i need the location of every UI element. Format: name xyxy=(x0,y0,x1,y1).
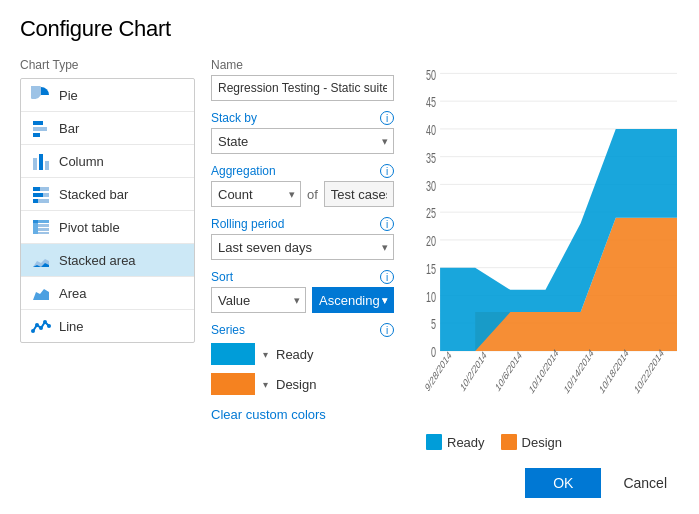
stack-by-select[interactable]: State xyxy=(211,128,394,154)
dialog-footer: OK Cancel xyxy=(20,454,679,498)
series-info-icon[interactable]: i xyxy=(380,323,394,337)
chart-type-label: Chart Type xyxy=(20,58,195,72)
series-color-ready[interactable] xyxy=(211,343,255,365)
chart-type-pivot-table[interactable]: Pivot table xyxy=(21,211,194,244)
chart-type-panel: Chart Type Pie xyxy=(20,58,195,450)
clear-custom-colors-link[interactable]: Clear custom colors xyxy=(211,407,326,422)
pie-icon xyxy=(31,86,51,104)
svg-rect-5 xyxy=(45,161,49,170)
ok-button[interactable]: OK xyxy=(525,468,601,498)
svg-rect-1 xyxy=(33,127,47,131)
name-label: Name xyxy=(211,58,394,72)
bar-label: Bar xyxy=(59,121,79,136)
svg-point-24 xyxy=(47,324,51,328)
legend-color-design xyxy=(501,434,517,450)
stack-by-label: Stack by i xyxy=(211,111,394,125)
svg-text:50: 50 xyxy=(426,67,436,82)
aggregation-select-wrapper: Count xyxy=(211,181,301,207)
aggregation-of-text: of xyxy=(307,187,318,202)
series-color-design[interactable] xyxy=(211,373,255,395)
rolling-period-field-group: Rolling period i Last seven days xyxy=(211,217,394,260)
chart-type-pie[interactable]: Pie xyxy=(21,79,194,112)
svg-text:10/6/2014: 10/6/2014 xyxy=(494,348,524,394)
svg-text:20: 20 xyxy=(426,233,436,248)
legend-item-design: Design xyxy=(501,434,562,450)
svg-text:10: 10 xyxy=(426,289,436,304)
sort-info-icon[interactable]: i xyxy=(380,270,394,284)
sort-order-select[interactable]: Ascending Descending xyxy=(312,287,394,313)
svg-text:0: 0 xyxy=(431,344,436,359)
column-icon xyxy=(31,152,51,170)
dialog-title: Configure Chart xyxy=(20,16,679,42)
stack-by-select-wrapper: State xyxy=(211,128,394,154)
svg-text:35: 35 xyxy=(426,150,436,165)
chart-legend: Ready Design xyxy=(418,434,679,450)
sort-field-select[interactable]: Value xyxy=(211,287,306,313)
svg-rect-11 xyxy=(38,199,49,203)
svg-rect-16 xyxy=(38,232,49,234)
chart-type-list: Pie Bar xyxy=(20,78,195,343)
sort-field-group: Sort i Value Ascending Descending xyxy=(211,270,394,313)
sort-order-select-wrapper: Ascending Descending ▾ xyxy=(312,287,394,313)
svg-text:10/18/2014: 10/18/2014 xyxy=(598,346,631,397)
chart-type-stacked-bar[interactable]: Stacked bar xyxy=(21,178,194,211)
chart-type-area[interactable]: Area xyxy=(21,277,194,310)
chart-type-column[interactable]: Column xyxy=(21,145,194,178)
svg-rect-10 xyxy=(33,199,38,203)
chart-type-bar[interactable]: Bar xyxy=(21,112,194,145)
line-label: Line xyxy=(59,319,84,334)
svg-point-21 xyxy=(35,323,39,327)
stack-by-field-group: Stack by i State xyxy=(211,111,394,154)
chart-svg: 50 45 40 35 30 25 20 15 10 5 0 xyxy=(418,58,679,428)
series-label: Series i xyxy=(211,323,394,337)
legend-label-design: Design xyxy=(522,435,562,450)
svg-text:25: 25 xyxy=(426,205,436,220)
cancel-button[interactable]: Cancel xyxy=(611,468,679,498)
svg-rect-15 xyxy=(38,228,49,231)
svg-rect-9 xyxy=(43,193,49,197)
svg-rect-3 xyxy=(33,158,37,170)
aggregation-field-input xyxy=(324,181,394,207)
sort-label: Sort i xyxy=(211,270,394,284)
svg-marker-19 xyxy=(33,289,49,300)
svg-rect-6 xyxy=(33,187,40,191)
series-dropdown-ready[interactable]: ▾ xyxy=(263,349,268,360)
aggregation-row: Count of xyxy=(211,181,394,207)
aggregation-select[interactable]: Count xyxy=(211,181,301,207)
svg-text:10/2/2014: 10/2/2014 xyxy=(458,348,488,394)
svg-text:10/22/2014: 10/22/2014 xyxy=(633,346,666,397)
svg-text:15: 15 xyxy=(426,261,436,276)
svg-text:9/28/2014: 9/28/2014 xyxy=(423,348,453,394)
line-icon xyxy=(31,317,51,335)
rolling-period-select[interactable]: Last seven days xyxy=(211,234,394,260)
legend-item-ready: Ready xyxy=(426,434,485,450)
aggregation-info-icon[interactable]: i xyxy=(380,164,394,178)
config-panel: Name Stack by i State Aggregation i xyxy=(195,58,410,450)
rolling-period-info-icon[interactable]: i xyxy=(380,217,394,231)
svg-text:40: 40 xyxy=(426,122,436,137)
series-name-ready: Ready xyxy=(276,347,314,362)
pivot-table-label: Pivot table xyxy=(59,220,120,235)
name-input[interactable] xyxy=(211,75,394,101)
svg-rect-2 xyxy=(33,133,40,137)
chart-type-line[interactable]: Line xyxy=(21,310,194,342)
series-name-design: Design xyxy=(276,377,316,392)
series-field-group: Series i ▾ Ready ▾ Design xyxy=(211,323,394,422)
stacked-bar-label: Stacked bar xyxy=(59,187,128,202)
svg-point-22 xyxy=(39,326,43,330)
bar-icon xyxy=(31,119,51,137)
series-item-design: ▾ Design xyxy=(211,373,394,395)
svg-rect-7 xyxy=(40,187,49,191)
name-field-group: Name xyxy=(211,58,394,101)
rolling-period-label: Rolling period i xyxy=(211,217,394,231)
svg-rect-4 xyxy=(39,154,43,170)
series-dropdown-design[interactable]: ▾ xyxy=(263,379,268,390)
chart-container: 50 45 40 35 30 25 20 15 10 5 0 xyxy=(418,58,679,428)
stacked-area-icon xyxy=(31,251,51,269)
area-icon xyxy=(31,284,51,302)
svg-point-23 xyxy=(43,320,47,324)
svg-text:10/14/2014: 10/14/2014 xyxy=(562,346,595,397)
pivot-table-icon xyxy=(31,218,51,236)
stack-by-info-icon[interactable]: i xyxy=(380,111,394,125)
chart-type-stacked-area[interactable]: Stacked area xyxy=(21,244,194,277)
